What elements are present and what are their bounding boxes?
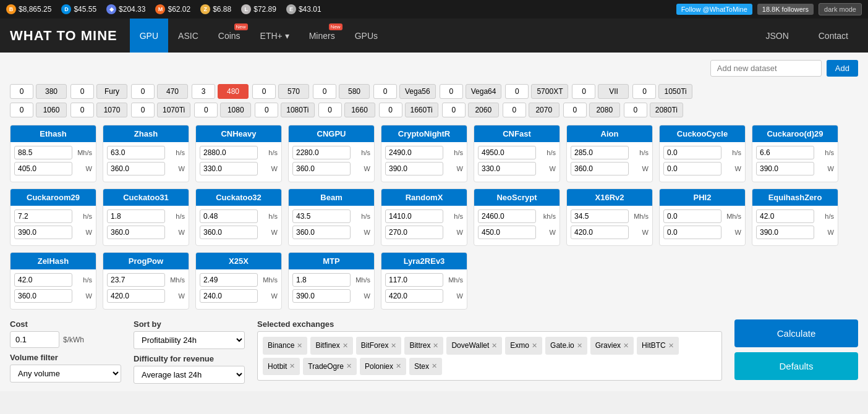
algo-hashrate-cryptonightr[interactable] <box>385 146 443 159</box>
algo-header-neoscrypt[interactable]: NeoScrypt <box>474 189 560 206</box>
gpu-count-2060[interactable] <box>442 103 466 117</box>
gpu-count-1660ti[interactable] <box>379 103 402 117</box>
algo-power-cryptonightr[interactable] <box>385 162 443 175</box>
defaults-button[interactable]: Defaults <box>734 352 858 380</box>
algo-power-beam[interactable] <box>292 226 351 239</box>
calculate-button[interactable]: Calculate <box>734 319 858 347</box>
algo-header-ethash[interactable]: Ethash <box>11 125 96 142</box>
gpu-count-570[interactable] <box>252 84 276 99</box>
nav-item-eth[interactable]: ETH+ ▾ <box>250 19 299 53</box>
algo-power-equihashzero[interactable] <box>756 226 814 239</box>
algo-header-equihashzero[interactable]: EquihashZero <box>752 189 838 206</box>
algo-power-ethash[interactable] <box>14 162 72 175</box>
volume-select[interactable]: Any volume <box>10 365 121 382</box>
algo-hashrate-beam[interactable] <box>292 209 351 223</box>
algo-hashrate-cnheavy[interactable] <box>200 146 258 159</box>
algo-header-beam[interactable]: Beam <box>289 189 374 206</box>
gpu-count-1070ti[interactable] <box>131 103 155 117</box>
algo-hashrate-lyra2rev3[interactable] <box>385 273 443 287</box>
algo-hashrate-cuckatoo31[interactable] <box>107 209 165 223</box>
algo-header-cngpu[interactable]: CNGPU <box>289 125 374 142</box>
gpu-count-1050ti[interactable] <box>632 84 656 99</box>
algo-hashrate-x25x[interactable] <box>200 273 258 287</box>
gpu-count-1060[interactable] <box>10 103 33 117</box>
algo-header-zhash[interactable]: Zhash <box>103 125 189 142</box>
gpu-count-1080ti[interactable] <box>255 103 278 117</box>
algo-hashrate-ethash[interactable] <box>14 146 72 159</box>
sort-select[interactable]: Profitability 24hProfitability 1hRevenue… <box>134 331 245 349</box>
algo-hashrate-zelhash[interactable] <box>14 273 72 287</box>
gpu-count-1080[interactable] <box>194 103 218 117</box>
algo-header-mtp[interactable]: MTP <box>289 253 374 269</box>
exchange-remove-gateio[interactable]: ✕ <box>577 342 582 350</box>
exchange-remove-binance[interactable]: ✕ <box>297 342 302 350</box>
algo-header-cuckoocycle[interactable]: CuckooCycle <box>660 125 745 142</box>
algo-power-x16rv2[interactable] <box>571 226 629 239</box>
algo-header-cuckaroom29[interactable]: Cuckaroom29 <box>11 189 96 206</box>
algo-header-zelhash[interactable]: ZelHash <box>11 253 96 269</box>
algo-header-cuckarood29[interactable]: Cuckaroo(d)29 <box>752 125 838 142</box>
algo-power-mtp[interactable] <box>292 289 351 303</box>
nav-item-coins[interactable]: CoinsNew <box>208 19 250 53</box>
algo-hashrate-x16rv2[interactable] <box>571 209 629 223</box>
gpu-count-5700xt[interactable] <box>505 84 529 99</box>
algo-power-phi2[interactable] <box>663 226 721 239</box>
algo-hashrate-phi2[interactable] <box>663 209 721 223</box>
algo-hashrate-equihashzero[interactable] <box>756 209 814 223</box>
algo-power-lyra2rev3[interactable] <box>385 289 443 303</box>
gpu-count-380[interactable] <box>10 84 33 99</box>
gpu-count-1660[interactable] <box>318 103 342 117</box>
algo-header-progpow[interactable]: ProgPow <box>103 253 189 269</box>
gpu-count-2080ti[interactable] <box>624 103 647 117</box>
algo-hashrate-cuckoocycle[interactable] <box>663 146 721 159</box>
exchange-remove-poloniex[interactable]: ✕ <box>396 362 401 370</box>
gpu-count-2070[interactable] <box>503 103 526 117</box>
exchange-remove-dovewallet[interactable]: ✕ <box>491 342 497 350</box>
nav-item-asic[interactable]: ASIC <box>168 19 208 53</box>
nav-item-gpu[interactable]: GPU <box>130 19 168 53</box>
exchange-remove-hitbtc[interactable]: ✕ <box>668 342 674 350</box>
add-dataset-button[interactable]: Add <box>827 60 858 77</box>
algo-power-cuckoocycle[interactable] <box>663 162 721 175</box>
algo-hashrate-cuckaroom29[interactable] <box>14 209 72 223</box>
algo-hashrate-mtp[interactable] <box>292 273 351 287</box>
algo-hashrate-cuckatoo32[interactable] <box>200 209 258 223</box>
nav-right-contact[interactable]: Contact <box>809 19 858 53</box>
algo-header-randomx[interactable]: RandomX <box>381 189 467 206</box>
gpu-count-vega64[interactable] <box>440 84 463 99</box>
algo-header-cnheavy[interactable]: CNHeavy <box>196 125 281 142</box>
gpu-count-vii[interactable] <box>572 84 595 99</box>
difficulty-select[interactable]: Average last 24h <box>134 366 245 384</box>
algo-hashrate-progpow[interactable] <box>107 273 165 287</box>
nav-item-miners[interactable]: MinersNew <box>299 19 345 53</box>
algo-header-x25x[interactable]: X25X <box>196 253 281 269</box>
algo-power-cuckarood29[interactable] <box>756 162 814 175</box>
nav-right-json[interactable]: JSON <box>755 19 798 53</box>
gpu-count-1070[interactable] <box>70 103 94 117</box>
dark-mode-button[interactable]: dark mode <box>819 3 862 15</box>
gpu-count-480[interactable] <box>192 84 215 99</box>
exchange-remove-hotbit[interactable]: ✕ <box>289 362 295 370</box>
algo-header-cryptonightr[interactable]: CryptoNightR <box>381 125 467 142</box>
exchange-remove-bittrex[interactable]: ✕ <box>433 342 438 350</box>
exchange-remove-tradeogre[interactable]: ✕ <box>346 362 352 370</box>
algo-header-phi2[interactable]: PHI2 <box>660 189 745 206</box>
algo-header-lyra2rev3[interactable]: Lyra2REv3 <box>381 253 467 269</box>
algo-hashrate-zhash[interactable] <box>107 146 165 159</box>
gpu-count-470[interactable] <box>131 84 155 99</box>
algo-power-x25x[interactable] <box>200 289 258 303</box>
follow-button[interactable]: Follow @WhatToMine <box>676 4 752 15</box>
algo-hashrate-cuckarood29[interactable] <box>756 146 814 159</box>
algo-hashrate-cngpu[interactable] <box>292 146 351 159</box>
cost-input[interactable] <box>10 331 59 348</box>
gpu-count-580[interactable] <box>313 84 336 99</box>
algo-power-zhash[interactable] <box>107 162 165 175</box>
exchange-remove-stex[interactable]: ✕ <box>432 362 437 370</box>
algo-header-x16rv2[interactable]: X16Rv2 <box>567 189 652 206</box>
nav-item-gpus[interactable]: GPUs <box>345 19 388 53</box>
algo-hashrate-neoscrypt[interactable] <box>478 209 536 223</box>
algo-header-cuckatoo31[interactable]: Cuckatoo31 <box>103 189 189 206</box>
algo-hashrate-cnfast[interactable] <box>478 146 536 159</box>
gpu-count-vega56[interactable] <box>373 84 397 99</box>
algo-power-cuckaroom29[interactable] <box>14 226 72 239</box>
